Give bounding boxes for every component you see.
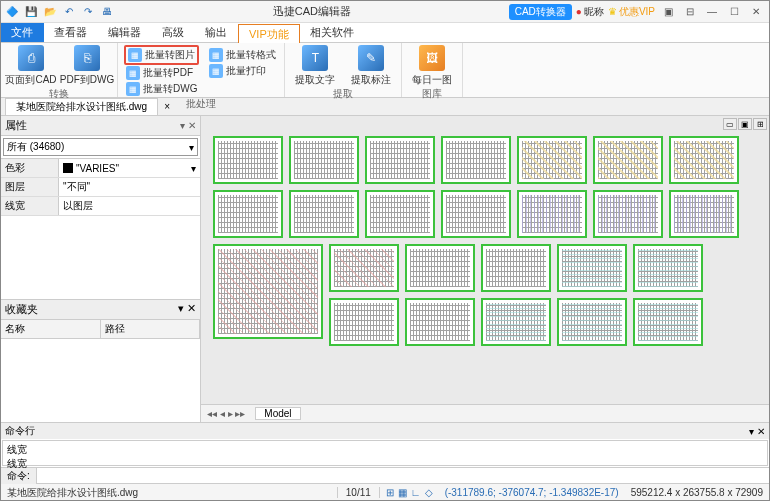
- cad-converter-button[interactable]: CAD转换器: [509, 4, 572, 20]
- favorites-header: 收藏夹▾ ✕: [1, 299, 200, 320]
- command-input[interactable]: [37, 475, 769, 477]
- drawing-thumb[interactable]: [365, 190, 435, 238]
- drawing-thumb[interactable]: [289, 136, 359, 184]
- titlebar-right: CAD转换器 ●昵称 ♛优惠VIP ▣ ⊟ — ☐ ✕: [509, 4, 769, 20]
- ortho-icon[interactable]: ∟: [411, 487, 421, 498]
- pdf-to-dwg-button[interactable]: ⎘PDF到DWG: [63, 45, 111, 87]
- cmd-close-icon[interactable]: ▾ ✕: [749, 426, 765, 437]
- color-swatch-icon: [63, 163, 73, 173]
- canvas-tool-2[interactable]: ▣: [738, 118, 752, 130]
- menu-related[interactable]: 相关软件: [300, 23, 365, 42]
- status-page: 10/11: [337, 487, 380, 498]
- extract-text-button[interactable]: T提取文字: [291, 45, 339, 87]
- qat-undo-icon[interactable]: ↶: [61, 4, 77, 20]
- drawing-thumb[interactable]: [329, 244, 399, 292]
- drawing-thumb[interactable]: [329, 298, 399, 346]
- maximize-button[interactable]: ☐: [725, 4, 743, 20]
- drawing-thumb[interactable]: [365, 136, 435, 184]
- extract-annot-icon: ✎: [358, 45, 384, 71]
- status-dimensions: 595212.4 x 263755.8 x 72909: [625, 487, 769, 498]
- batch-image-button[interactable]: ▦批量转图片: [124, 45, 199, 65]
- drawing-thumb[interactable]: [669, 136, 739, 184]
- drawing-thumb[interactable]: [557, 298, 627, 346]
- drawing-thumb[interactable]: [593, 190, 663, 238]
- snap-icon[interactable]: ⊞: [386, 487, 394, 498]
- selection-combo[interactable]: 所有 (34680)▾: [3, 138, 198, 156]
- batch-pdf-button[interactable]: ▦批量转PDF: [124, 65, 199, 81]
- drawing-thumb[interactable]: [405, 244, 475, 292]
- settings-icon[interactable]: ▣: [659, 4, 677, 20]
- batch-print-button[interactable]: ▦批量打印: [207, 63, 278, 79]
- status-coords: (-311789.6; -376074.7; -1.349832E-17): [439, 487, 625, 498]
- app-icon[interactable]: 🔷: [4, 4, 20, 20]
- osnap-icon[interactable]: ◇: [425, 487, 433, 498]
- quick-access-toolbar: 🔷 💾 📂 ↶ ↷ 🖶: [1, 4, 115, 20]
- ribbon: ⎙页面到CAD ⎘PDF到DWG 转换 ▦批量转图片 ▦批量转PDF ▦批量转D…: [1, 43, 769, 98]
- menu-output[interactable]: 输出: [195, 23, 238, 42]
- canvas-area: ▭ ▣ ⊞: [201, 116, 769, 422]
- prop-row-color[interactable]: 色彩"VARIES"▾: [1, 159, 200, 178]
- tab-scroll-left-icon[interactable]: ◂◂ ◂ ▸ ▸▸: [207, 408, 245, 419]
- prop-row-lineweight[interactable]: 线宽以图层: [1, 197, 200, 216]
- daily-icon: 🖼: [419, 45, 445, 71]
- ribbon-group-extract: T提取文字 ✎提取标注 提取: [285, 43, 402, 97]
- command-label: 命令:: [1, 468, 37, 484]
- batch-format-button[interactable]: ▦批量转格式: [207, 47, 278, 63]
- prop-row-layer[interactable]: 图层"不同": [1, 178, 200, 197]
- drawing-thumb[interactable]: [481, 244, 551, 292]
- model-tab[interactable]: Model: [255, 407, 300, 420]
- menu-advanced[interactable]: 高级: [152, 23, 195, 42]
- drawing-thumb[interactable]: [557, 244, 627, 292]
- drawing-thumb[interactable]: [405, 298, 475, 346]
- command-header: 命令行▾ ✕: [1, 423, 769, 439]
- drawing-thumb[interactable]: [441, 136, 511, 184]
- props-close-icon[interactable]: ▾ ✕: [180, 120, 196, 131]
- side-panel: 属性▾ ✕ 所有 (34680)▾ 色彩"VARIES"▾ 图层"不同" 线宽以…: [1, 116, 201, 422]
- menu-vip[interactable]: VIP功能: [238, 24, 300, 43]
- menu-viewer[interactable]: 查看器: [44, 23, 98, 42]
- favorites-columns: 名称路径: [1, 320, 200, 339]
- drawing-canvas[interactable]: [201, 116, 769, 404]
- titlebar: 🔷 💾 📂 ↶ ↷ 🖶 迅捷CAD编辑器 CAD转换器 ●昵称 ♛优惠VIP ▣…: [1, 1, 769, 23]
- close-button[interactable]: ✕: [747, 4, 765, 20]
- drawing-thumb[interactable]: [593, 136, 663, 184]
- batch-prt-icon: ▦: [209, 64, 223, 78]
- qat-redo-icon[interactable]: ↷: [80, 4, 96, 20]
- settings2-icon[interactable]: ⊟: [681, 4, 699, 20]
- drawing-thumb[interactable]: [213, 190, 283, 238]
- drawing-thumb[interactable]: [633, 298, 703, 346]
- canvas-tools: ▭ ▣ ⊞: [723, 118, 767, 130]
- grid-icon[interactable]: ▦: [398, 487, 407, 498]
- extract-text-icon: T: [302, 45, 328, 71]
- batch-dwg-button[interactable]: ▦批量转DWG: [124, 81, 199, 97]
- drawing-thumb[interactable]: [669, 190, 739, 238]
- canvas-tool-3[interactable]: ⊞: [753, 118, 767, 130]
- qat-print-icon[interactable]: 🖶: [99, 4, 115, 20]
- doc-close-icon[interactable]: ×: [164, 101, 170, 112]
- qat-open-icon[interactable]: 📂: [42, 4, 58, 20]
- batch-fmt-icon: ▦: [209, 48, 223, 62]
- page-to-cad-button[interactable]: ⎙页面到CAD: [7, 45, 55, 87]
- vip-badge[interactable]: ♛优惠VIP: [608, 5, 655, 19]
- drawing-large[interactable]: [213, 244, 323, 339]
- property-grid: 色彩"VARIES"▾ 图层"不同" 线宽以图层: [1, 158, 200, 216]
- drawing-thumb[interactable]: [213, 136, 283, 184]
- drawing-thumb[interactable]: [633, 244, 703, 292]
- drawing-thumb[interactable]: [517, 136, 587, 184]
- qat-save-icon[interactable]: 💾: [23, 4, 39, 20]
- daily-image-button[interactable]: 🖼每日一图: [408, 45, 456, 87]
- fav-close-icon[interactable]: ▾ ✕: [178, 302, 196, 317]
- properties-header: 属性▾ ✕: [1, 116, 200, 136]
- drawing-thumb[interactable]: [517, 190, 587, 238]
- drawing-thumb[interactable]: [441, 190, 511, 238]
- extract-annot-button[interactable]: ✎提取标注: [347, 45, 395, 87]
- nickname-badge[interactable]: ●昵称: [576, 5, 604, 19]
- drawing-thumb[interactable]: [289, 190, 359, 238]
- canvas-tool-1[interactable]: ▭: [723, 118, 737, 130]
- menu-editor[interactable]: 编辑器: [98, 23, 152, 42]
- document-tab[interactable]: 某地医院给排水设计图纸.dwg: [5, 98, 158, 115]
- menu-file[interactable]: 文件: [1, 23, 44, 42]
- minimize-button[interactable]: —: [703, 4, 721, 20]
- drawing-thumb[interactable]: [481, 298, 551, 346]
- crown-icon: ♛: [608, 6, 617, 17]
